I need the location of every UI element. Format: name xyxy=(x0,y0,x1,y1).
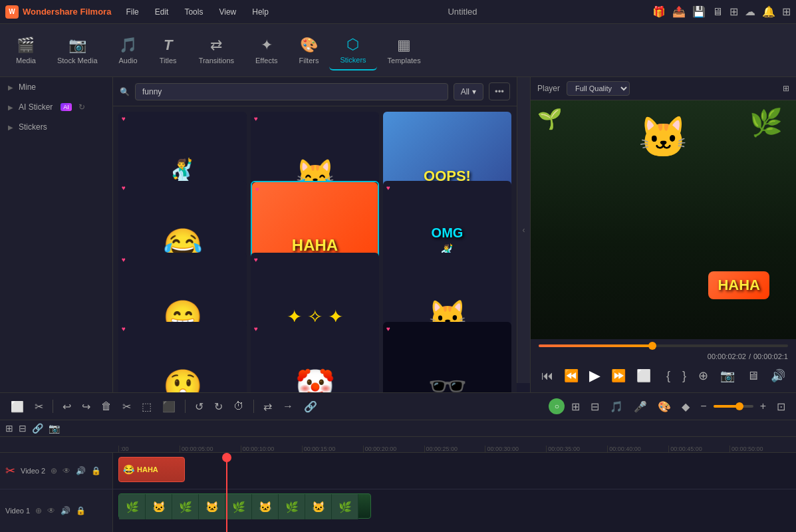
sticker-clip[interactable]: 😂 HAHA xyxy=(118,457,185,482)
share-icon[interactable]: 📤 xyxy=(672,5,686,18)
track-video1-eye-icon[interactable]: 👁 xyxy=(47,506,55,515)
toolbar-audio[interactable]: 🎵 Audio xyxy=(108,31,148,70)
gift-icon[interactable]: 🎁 xyxy=(652,5,666,18)
layout-button[interactable]: ⊞ xyxy=(783,84,789,93)
keyframe-button[interactable]: ◆ xyxy=(678,398,694,416)
sticker-item-10[interactable]: ♥ 😲 ⬇ xyxy=(118,322,247,392)
audio-icon: 🎵 xyxy=(119,37,137,54)
snapshot-button[interactable]: 📷 xyxy=(718,366,737,386)
track-video1-add-icon[interactable]: ⊕ xyxy=(35,506,42,515)
menu-view[interactable]: View xyxy=(215,5,240,19)
ripple-button[interactable]: ⊞ xyxy=(567,398,584,416)
thumb-6: 🐱 xyxy=(252,494,279,519)
zoom-in-button[interactable]: + xyxy=(756,398,770,415)
audio-button[interactable]: 🎵 xyxy=(606,398,627,416)
track-options-icon[interactable]: ⊟ xyxy=(19,423,27,434)
snap-button[interactable]: ⊟ xyxy=(587,398,603,416)
crop-button[interactable]: ⬚ xyxy=(138,398,156,416)
monitor-icon[interactable]: 🖥 xyxy=(712,6,723,18)
apps-icon[interactable]: ⊞ xyxy=(782,5,791,18)
toolbar-stickers-label: Stickers xyxy=(340,56,366,64)
track-video2-eye-icon[interactable]: 👁 xyxy=(63,466,70,475)
link-tracks-icon[interactable]: 🔗 xyxy=(32,423,43,434)
frame-back-button[interactable]: ⏪ xyxy=(561,366,581,386)
mark-in-button[interactable]: { xyxy=(664,366,673,386)
play-button[interactable]: ▶ xyxy=(587,364,603,387)
cut-button[interactable]: ✂ xyxy=(118,398,135,416)
forward-button[interactable]: → xyxy=(279,398,297,415)
track-video2-lock-icon[interactable]: 🔒 xyxy=(91,466,101,475)
link-button[interactable]: 🔗 xyxy=(300,398,321,416)
select-tool-button[interactable]: ⬜ xyxy=(7,398,28,416)
delete-button[interactable]: 🗑 xyxy=(97,398,116,415)
track-video2-audio-icon[interactable]: 🔊 xyxy=(76,466,86,475)
track-video1: Video 1 ⊕ 👁 🔊 🔒 🌿 🐱 🌿 🐱 🌿 🐱 🌿 xyxy=(0,489,796,532)
toolbar-stock[interactable]: 📷 Stock Media xyxy=(47,31,108,70)
player-panel: Player Full Quality Half Quality ⊞ 🐱 🌿 🌱… xyxy=(530,77,796,392)
action-toolbar: ⬜ ✂ ↩ ↪ 🗑 ✂ ⬚ ⬛ ↺ ↻ ⏱ ⇄ → 🔗 ○ ⊞ ⊟ 🎵 🎤 🎨 … xyxy=(0,392,796,420)
undo-button[interactable]: ↩ xyxy=(59,398,75,416)
fullscreen-button[interactable]: ⬜ xyxy=(634,366,654,386)
toolbar-templates[interactable]: ▦ Templates xyxy=(377,31,432,70)
add-track-icon[interactable]: ⊞ xyxy=(5,423,13,434)
color-button[interactable]: 🎨 xyxy=(654,398,675,416)
toolbar-effects-label: Effects xyxy=(255,57,277,65)
toolbar-titles[interactable]: T Titles xyxy=(148,31,188,70)
sticker-item-12[interactable]: ♥ 🕶️ ⬇ xyxy=(383,322,511,392)
green-circle-button[interactable]: ○ xyxy=(549,398,565,414)
voice-button[interactable]: 🎤 xyxy=(630,398,651,416)
zoom-slider[interactable] xyxy=(714,405,753,408)
ai-arrow-icon: ▶ xyxy=(8,104,13,111)
rotate-right-button[interactable]: ↻ xyxy=(210,398,227,416)
screen-button[interactable]: 🖥 xyxy=(744,366,761,386)
volume-button[interactable]: 🔊 xyxy=(768,366,788,386)
toolbar-stickers[interactable]: ⬡ Stickers xyxy=(329,31,376,70)
sidebar-item-ai-sticker[interactable]: ▶ AI Sticker AI ↻ xyxy=(0,97,112,117)
refresh-icon[interactable]: ↻ xyxy=(78,102,85,112)
search-input[interactable] xyxy=(135,83,448,100)
toolbar-filters[interactable]: 🎨 Filters xyxy=(288,31,329,70)
sticker-item-11[interactable]: ♥ 🤡 ⬇ xyxy=(251,322,379,392)
zoom-out-button[interactable]: − xyxy=(696,398,710,415)
mark-out-button[interactable]: } xyxy=(680,366,689,386)
notification-icon[interactable]: 🔔 xyxy=(762,5,775,18)
toolbar-separator-2 xyxy=(185,400,186,413)
circle-icon: ○ xyxy=(555,402,559,411)
sidebar-item-mine[interactable]: ▶ Mine xyxy=(0,77,112,97)
menu-tools[interactable]: Tools xyxy=(180,5,207,19)
skip-back-button[interactable]: ⏮ xyxy=(539,366,556,386)
toolbar-effects[interactable]: ✦ Effects xyxy=(245,31,288,70)
thumb-3: 🌿 xyxy=(172,494,199,519)
sidebar-toggle[interactable]: ‹ xyxy=(517,77,530,383)
toolbar-transitions[interactable]: ⇄ Transitions xyxy=(188,31,245,70)
track-video1-audio-icon[interactable]: 🔊 xyxy=(61,506,70,515)
insert-button[interactable]: ⊕ xyxy=(696,366,711,386)
app-title: Untitled xyxy=(283,7,642,17)
ruler-marks: :00 00:00:05:00 00:00:10:00 00:00:15:00 … xyxy=(118,446,791,452)
header-toolbar-icons: 🎁 📤 💾 🖥 ⊞ ☁ 🔔 ⊞ xyxy=(652,5,791,18)
menu-file[interactable]: File xyxy=(122,5,142,19)
quality-select[interactable]: Full Quality Half Quality xyxy=(567,81,630,96)
razor-tool-button[interactable]: ✂ xyxy=(31,398,47,416)
redo-button[interactable]: ↪ xyxy=(78,398,94,416)
save-icon[interactable]: 💾 xyxy=(692,5,706,18)
cloud-icon[interactable]: ☁ xyxy=(745,5,755,18)
menu-help[interactable]: Help xyxy=(248,5,273,19)
track-video1-lock-icon[interactable]: 🔒 xyxy=(76,506,86,515)
progress-bar[interactable] xyxy=(539,344,788,347)
sidebar-item-stickers[interactable]: ▶ Stickers xyxy=(0,117,112,137)
camera-track-icon[interactable]: 📷 xyxy=(49,423,60,434)
more-options-button[interactable]: ••• xyxy=(489,82,510,100)
rotate-left-button[interactable]: ↺ xyxy=(191,398,207,416)
frame-forward-button[interactable]: ⏩ xyxy=(608,366,628,386)
toolbar-media[interactable]: 🎬 Media xyxy=(5,31,47,70)
speed-button[interactable]: ⏱ xyxy=(229,398,248,415)
filter-dropdown[interactable]: All ▾ xyxy=(454,83,483,100)
menu-edit[interactable]: Edit xyxy=(151,5,173,19)
track-video2-add-icon[interactable]: ⊕ xyxy=(51,466,57,475)
extend-button[interactable]: ⬛ xyxy=(158,398,180,416)
main-video-clip[interactable]: 🌿 🐱 🌿 🐱 🌿 🐱 🌿 🐱 🌿 xyxy=(118,493,371,519)
grid-icon[interactable]: ⊞ xyxy=(730,5,738,18)
split-button[interactable]: ⇄ xyxy=(259,398,276,416)
fit-button[interactable]: ⊡ xyxy=(773,398,789,416)
